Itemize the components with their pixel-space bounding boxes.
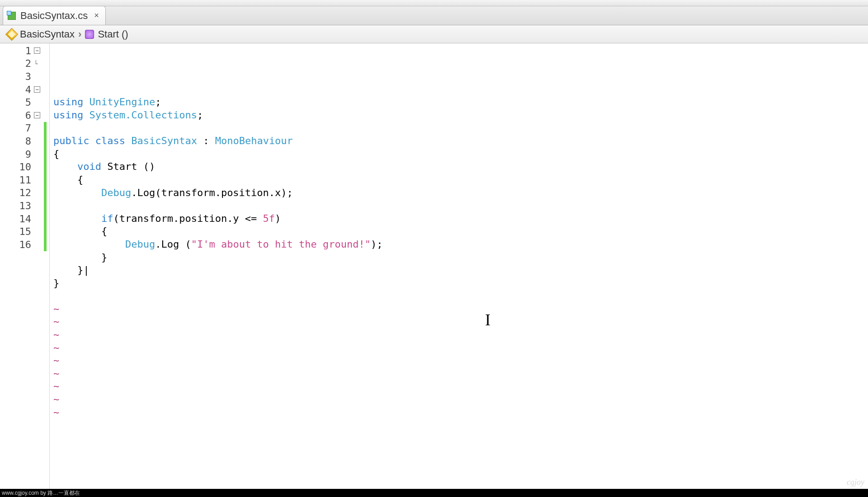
gutter-row: 5: [0, 96, 49, 109]
code-line[interactable]: }: [53, 277, 868, 290]
code-line[interactable]: [53, 199, 868, 212]
code-line[interactable]: {: [53, 225, 868, 238]
chevron-right-icon: ›: [77, 28, 82, 40]
gutter-row: 11: [0, 173, 49, 187]
gutter-row: 4−: [0, 83, 49, 96]
change-marker: [44, 225, 47, 238]
file-tab-basicsyntax[interactable]: BasicSyntax.cs ×: [3, 6, 106, 25]
gutter-spacer: [34, 229, 40, 235]
line-number: 6: [15, 110, 31, 121]
gutter-spacer: [34, 190, 40, 196]
line-number: 1: [15, 45, 31, 56]
line-number: 15: [15, 226, 31, 237]
method-icon: [85, 30, 94, 39]
fold-end-icon: └: [34, 61, 40, 67]
change-marker: [44, 122, 47, 135]
empty-line-tilde: ~: [53, 328, 868, 342]
breadcrumb-class[interactable]: BasicSyntax: [5, 28, 77, 40]
gutter-row: 6−: [0, 109, 49, 122]
gutter-row: 13: [0, 199, 49, 212]
tab-bar: BasicSyntax.cs ×: [0, 6, 868, 25]
window-chrome-strip: [0, 0, 868, 6]
empty-line-tilde: ~: [53, 303, 868, 316]
change-marker: [44, 96, 47, 109]
change-marker: [44, 173, 47, 187]
change-marker: [44, 44, 47, 57]
gutter-row: 7: [0, 122, 49, 135]
breadcrumb: BasicSyntax › Start (): [0, 25, 868, 43]
code-line[interactable]: public class BasicSyntax : MonoBehaviour: [53, 135, 868, 148]
change-marker: [44, 148, 47, 161]
gutter-row: 16: [0, 238, 49, 251]
gutter-spacer: [34, 138, 40, 144]
gutter-spacer: [34, 99, 40, 106]
code-line[interactable]: Debug.Log(transform.position.x);: [53, 187, 868, 200]
empty-line-tilde: ~: [53, 315, 868, 328]
code-line[interactable]: using UnityEngine;: [53, 96, 868, 109]
change-marker: [44, 109, 47, 122]
footer-credit: www.cgjoy.com by 路…一直都在: [0, 489, 868, 497]
line-number: 13: [15, 200, 31, 211]
code-line[interactable]: {: [53, 148, 868, 161]
gutter-row: 8: [0, 135, 49, 148]
file-tab-label: BasicSyntax.cs: [20, 10, 88, 22]
breadcrumb-method[interactable]: Start (): [82, 28, 131, 40]
gutter-spacer: [34, 73, 40, 80]
fold-toggle-icon[interactable]: −: [34, 112, 40, 118]
code-line[interactable]: void Start (): [53, 160, 868, 173]
line-number: 14: [15, 213, 31, 225]
code-editor[interactable]: 1−2└34−56−78910111213141516 I using Unit…: [0, 43, 868, 489]
fold-toggle-icon[interactable]: −: [34, 47, 40, 54]
change-marker: [44, 70, 47, 83]
empty-line-tilde: ~: [53, 342, 868, 355]
change-marker: [44, 160, 47, 173]
code-line[interactable]: }|: [53, 264, 868, 277]
class-icon: [5, 28, 18, 40]
gutter-spacer: [34, 125, 40, 131]
line-number-gutter: 1−2└34−56−78910111213141516: [0, 43, 50, 489]
line-number: 11: [15, 174, 31, 186]
empty-line-tilde: ~: [53, 380, 868, 393]
gutter-spacer: [34, 216, 40, 222]
code-line[interactable]: [53, 290, 868, 303]
gutter-row: 2└: [0, 57, 49, 70]
code-line[interactable]: }: [53, 251, 868, 264]
change-marker: [44, 57, 47, 70]
gutter-spacer: [34, 151, 40, 157]
gutter-row: 9: [0, 148, 49, 161]
gutter-row: 10: [0, 160, 49, 173]
csharp-file-icon: [8, 12, 16, 20]
breadcrumb-class-label: BasicSyntax: [20, 28, 75, 40]
code-line[interactable]: if(transform.position.y <= 5f): [53, 212, 868, 225]
code-line[interactable]: {: [53, 173, 868, 187]
change-marker: [44, 135, 47, 148]
gutter-row: 14: [0, 212, 49, 225]
change-marker: [44, 238, 47, 251]
gutter-row: 15: [0, 225, 49, 238]
code-area[interactable]: I using UnityEngine;using System.Collect…: [50, 43, 868, 489]
line-number: 8: [15, 136, 31, 147]
gutter-row: 1−: [0, 44, 49, 57]
line-number: 4: [15, 84, 31, 95]
empty-line-tilde: ~: [53, 367, 868, 380]
change-marker: [44, 212, 47, 225]
code-line[interactable]: Debug.Log ("I'm about to hit the ground!…: [53, 238, 868, 251]
fold-toggle-icon[interactable]: −: [34, 86, 40, 93]
change-marker: [44, 83, 47, 96]
line-number: 16: [15, 239, 31, 250]
gutter-row: 12: [0, 187, 49, 200]
code-line[interactable]: using System.Collections;: [53, 109, 868, 122]
line-number: 2: [15, 58, 31, 69]
empty-line-tilde: ~: [53, 406, 868, 419]
line-number: 10: [15, 161, 31, 173]
close-icon[interactable]: ×: [94, 11, 99, 20]
line-number: 7: [15, 122, 31, 134]
gutter-spacer: [34, 177, 40, 183]
line-number: 12: [15, 187, 31, 198]
line-number: 9: [15, 149, 31, 160]
gutter-row: 3: [0, 70, 49, 83]
gutter-spacer: [34, 164, 40, 170]
gutter-spacer: [34, 202, 40, 209]
line-number: 3: [15, 71, 31, 82]
code-line[interactable]: [53, 122, 868, 135]
